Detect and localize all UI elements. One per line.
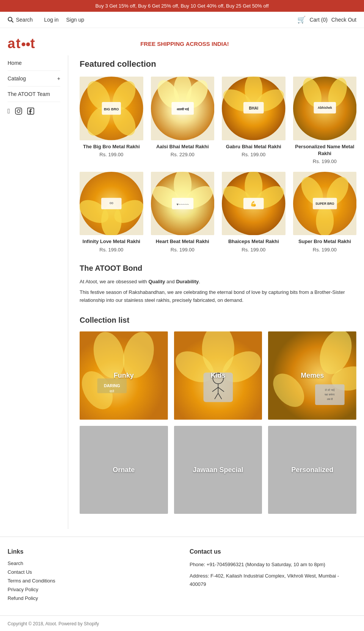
catalog-plus-icon: + bbox=[57, 75, 60, 82]
footer-address: Address: F-402, Kailash Industrial Compl… bbox=[190, 572, 356, 589]
product-image-1: आलसी भाई bbox=[151, 77, 215, 140]
svg-text:अब तो: अब तो bbox=[327, 397, 333, 400]
header-auth-links: Log in Sign up bbox=[44, 17, 84, 23]
svg-point-4 bbox=[20, 109, 20, 110]
product-name-6: Bhaiceps Metal Rakhi bbox=[222, 238, 286, 245]
footer-phone: Phone: +91-7045996321 (Monday to Saturda… bbox=[190, 560, 356, 569]
facebook-icon-fb[interactable] bbox=[27, 107, 35, 117]
product-price-1: Rs. 229.00 bbox=[151, 152, 215, 157]
svg-point-3 bbox=[17, 110, 20, 113]
product-card-3[interactable]: Abhishek Personalized Name Metal Rakhi R… bbox=[293, 77, 357, 164]
svg-text:SUPER BRO: SUPER BRO bbox=[315, 202, 334, 206]
product-image-5: ♥~~~~~ bbox=[151, 172, 215, 235]
top-banner: Buy 3 Get 15% off, Buy 6 Get 25% off, Bu… bbox=[0, 0, 364, 12]
site-logo[interactable]: att bbox=[8, 36, 36, 52]
cart-link[interactable]: Cart (0) bbox=[309, 17, 327, 23]
search-area[interactable]: Search bbox=[8, 17, 33, 23]
product-card-5[interactable]: ♥~~~~~ Heart Beat Metal Rakhi Rs. 199.00 bbox=[151, 172, 215, 253]
svg-text:BIG BRO: BIG BRO bbox=[104, 107, 119, 111]
footer-link-refund[interactable]: Refund Policy bbox=[8, 595, 174, 601]
footer-contact-title: Contact us bbox=[190, 548, 356, 555]
sidebar-item-home[interactable]: Home bbox=[8, 55, 60, 71]
banner-text: Buy 3 Get 15% off, Buy 6 Get 25% off, Bu… bbox=[95, 3, 268, 9]
logo-row: att FREE SHIPPING ACROSS INDIA! bbox=[0, 28, 364, 55]
collection-label-jawaan: Jawaan Special bbox=[193, 466, 243, 474]
svg-text:💪: 💪 bbox=[250, 201, 257, 207]
sidebar-item-catalog[interactable]: Catalog + bbox=[8, 71, 60, 86]
product-card-6[interactable]: 💪 Bhaiceps Metal Rakhi Rs. 199.00 bbox=[222, 172, 286, 253]
footer-link-contact[interactable]: Contact Us bbox=[8, 569, 174, 575]
collection-label-funky: Funky bbox=[114, 372, 134, 380]
product-image-3: Abhishek bbox=[293, 77, 357, 140]
svg-text:DARING: DARING bbox=[104, 383, 120, 388]
collection-card-ornate[interactable]: Ornate bbox=[80, 426, 168, 514]
collection-label-personalized: Personalized bbox=[291, 466, 333, 474]
sidebar-social:  bbox=[8, 102, 60, 122]
collection-card-personalized[interactable]: Personalized bbox=[268, 426, 356, 514]
collection-label-ornate: Ornate bbox=[113, 466, 135, 474]
footer-copyright: Copyright © 2018, Atoot. Powered by Shop… bbox=[8, 621, 99, 626]
product-image-4: ∞ bbox=[80, 172, 143, 235]
sidebar-catalog-label: Catalog bbox=[8, 75, 26, 82]
collection-card-jawaan[interactable]: Jawaan Special bbox=[174, 426, 262, 514]
facebook-icon[interactable]:  bbox=[8, 107, 10, 117]
product-price-5: Rs. 199.00 bbox=[151, 247, 215, 253]
svg-text:Abhishek: Abhishek bbox=[317, 106, 332, 110]
collection-title: Collection list bbox=[80, 316, 356, 325]
svg-text:आलसी भाई: आलसी भाई bbox=[176, 107, 189, 111]
collection-card-memes[interactable]: ले लो भाई रक्षा करूंगा अब तो Memes bbox=[268, 331, 356, 420]
footer-link-privacy[interactable]: Privacy Policy bbox=[8, 587, 174, 592]
product-image-2: BHAI bbox=[222, 77, 286, 140]
collection-section: Collection list bbox=[80, 316, 356, 514]
collection-label-kids: Kids bbox=[210, 372, 225, 380]
logo-dot-1 bbox=[22, 42, 25, 46]
bond-para2: This festive season of Rakshabandhan, we… bbox=[80, 289, 353, 305]
footer-links-col: Links Search Contact Us Terms and Condit… bbox=[8, 548, 174, 604]
logo-dot-2 bbox=[26, 42, 30, 46]
bond-title: The ATOOT Bond bbox=[80, 264, 353, 273]
product-name-2: Gabru Bhai Metal Rakhi bbox=[222, 143, 286, 150]
svg-text:वाले: वाले bbox=[109, 389, 114, 393]
signup-link[interactable]: Sign up bbox=[66, 17, 84, 23]
sidebar: Home Catalog + The ATOOT Team  bbox=[8, 55, 68, 529]
product-price-7: Rs. 199.00 bbox=[293, 247, 357, 253]
collection-label-memes: Memes bbox=[301, 372, 324, 380]
bond-para1: At Atoot, we are obsessed with Quality a… bbox=[80, 278, 353, 286]
product-grid: BIG BRO The Big Bro Metal Rakhi Rs. 199.… bbox=[80, 77, 356, 253]
footer-links-title: Links bbox=[8, 548, 174, 555]
svg-text:रक्षा करूंगा: रक्षा करूंगा bbox=[325, 393, 335, 396]
product-card-0[interactable]: BIG BRO The Big Bro Metal Rakhi Rs. 199.… bbox=[80, 77, 143, 164]
collection-card-kids[interactable]: Kids bbox=[174, 331, 262, 420]
footer-link-terms[interactable]: Terms and Conditions bbox=[8, 578, 174, 584]
product-card-2[interactable]: BHAI Gabru Bhai Metal Rakhi Rs. 199.00 bbox=[222, 77, 286, 164]
svg-text:BHAI: BHAI bbox=[249, 106, 258, 110]
product-card-1[interactable]: आलसी भाई Aalsi Bhai Metal Rakhi Rs. 229.… bbox=[151, 77, 215, 164]
login-link[interactable]: Log in bbox=[44, 17, 58, 23]
sidebar-home-label: Home bbox=[8, 60, 22, 66]
product-name-4: Infinity Love Metal Rakhi bbox=[80, 238, 143, 245]
collection-card-funky[interactable]: DARING वाले Funky bbox=[80, 331, 168, 420]
main-content: Featured collection bbox=[68, 55, 356, 529]
sidebar-item-team[interactable]: The ATOOT Team bbox=[8, 86, 60, 102]
svg-text:∞: ∞ bbox=[109, 199, 113, 206]
search-icon bbox=[8, 17, 14, 23]
instagram-icon[interactable] bbox=[15, 107, 22, 117]
checkout-link[interactable]: Check Out bbox=[331, 17, 356, 23]
product-card-4[interactable]: ∞ Infinity Love Metal Rakhi Rs. 199.00 bbox=[80, 172, 143, 253]
svg-text:♥~~~~~: ♥~~~~~ bbox=[176, 202, 188, 206]
product-price-2: Rs. 199.00 bbox=[222, 152, 286, 157]
footer-link-search[interactable]: Search bbox=[8, 560, 174, 566]
product-price-3: Rs. 199.00 bbox=[293, 159, 357, 164]
product-name-3: Personalized Name Metal Rakhi bbox=[293, 143, 357, 157]
svg-point-51 bbox=[316, 206, 334, 235]
bond-section: The ATOOT Bond At Atoot, we are obsessed… bbox=[80, 264, 356, 305]
main-layout: Home Catalog + The ATOOT Team  bbox=[0, 55, 364, 529]
product-card-7[interactable]: SUPER BRO Super Bro Metal Rakhi Rs. 199.… bbox=[293, 172, 357, 253]
featured-title: Featured collection bbox=[80, 59, 356, 69]
cart-icon: 🛒 bbox=[297, 16, 306, 24]
header-right-nav: 🛒 Cart (0) Check Out bbox=[297, 16, 356, 24]
product-name-0: The Big Bro Metal Rakhi bbox=[80, 143, 143, 150]
product-price-6: Rs. 199.00 bbox=[222, 247, 286, 253]
product-name-7: Super Bro Metal Rakhi bbox=[293, 238, 357, 245]
footer-bottom: Copyright © 2018, Atoot. Powered by Shop… bbox=[0, 615, 364, 631]
